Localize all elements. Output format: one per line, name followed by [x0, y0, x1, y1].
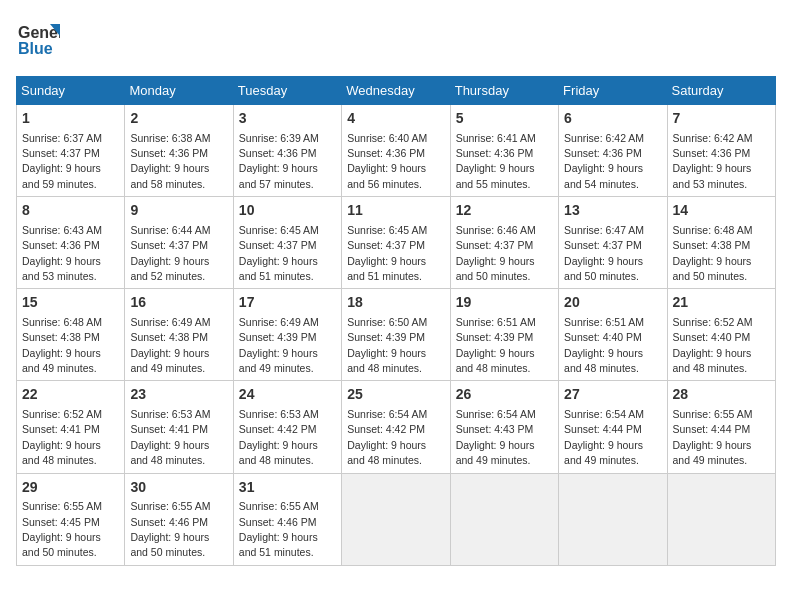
day-number: 17	[239, 293, 336, 313]
calendar-day-10: 10 Sunrise: 6:45 AMSunset: 4:37 PMDaylig…	[233, 197, 341, 289]
day-info: Sunrise: 6:49 AMSunset: 4:39 PMDaylight:…	[239, 316, 319, 374]
calendar-day-19: 19 Sunrise: 6:51 AMSunset: 4:39 PMDaylig…	[450, 289, 558, 381]
day-number: 28	[673, 385, 770, 405]
day-number: 21	[673, 293, 770, 313]
calendar-week-5: 29 Sunrise: 6:55 AMSunset: 4:45 PMDaylig…	[17, 473, 776, 565]
calendar-day-2: 2 Sunrise: 6:38 AMSunset: 4:36 PMDayligh…	[125, 105, 233, 197]
day-number: 9	[130, 201, 227, 221]
day-number: 7	[673, 109, 770, 129]
calendar-day-31: 31 Sunrise: 6:55 AMSunset: 4:46 PMDaylig…	[233, 473, 341, 565]
day-info: Sunrise: 6:55 AMSunset: 4:45 PMDaylight:…	[22, 500, 102, 558]
day-number: 14	[673, 201, 770, 221]
day-number: 27	[564, 385, 661, 405]
day-number: 24	[239, 385, 336, 405]
day-number: 10	[239, 201, 336, 221]
day-info: Sunrise: 6:38 AMSunset: 4:36 PMDaylight:…	[130, 132, 210, 190]
weekday-header-tuesday: Tuesday	[233, 77, 341, 105]
day-number: 16	[130, 293, 227, 313]
calendar-day-26: 26 Sunrise: 6:54 AMSunset: 4:43 PMDaylig…	[450, 381, 558, 473]
calendar-day-18: 18 Sunrise: 6:50 AMSunset: 4:39 PMDaylig…	[342, 289, 450, 381]
day-number: 11	[347, 201, 444, 221]
day-number: 30	[130, 478, 227, 498]
day-info: Sunrise: 6:45 AMSunset: 4:37 PMDaylight:…	[239, 224, 319, 282]
calendar-day-9: 9 Sunrise: 6:44 AMSunset: 4:37 PMDayligh…	[125, 197, 233, 289]
calendar-day-5: 5 Sunrise: 6:41 AMSunset: 4:36 PMDayligh…	[450, 105, 558, 197]
calendar-day-4: 4 Sunrise: 6:40 AMSunset: 4:36 PMDayligh…	[342, 105, 450, 197]
day-info: Sunrise: 6:55 AMSunset: 4:44 PMDaylight:…	[673, 408, 753, 466]
calendar-day-21: 21 Sunrise: 6:52 AMSunset: 4:40 PMDaylig…	[667, 289, 775, 381]
calendar-week-1: 1 Sunrise: 6:37 AMSunset: 4:37 PMDayligh…	[17, 105, 776, 197]
weekday-header-sunday: Sunday	[17, 77, 125, 105]
day-number: 6	[564, 109, 661, 129]
day-info: Sunrise: 6:39 AMSunset: 4:36 PMDaylight:…	[239, 132, 319, 190]
day-number: 26	[456, 385, 553, 405]
day-number: 4	[347, 109, 444, 129]
calendar-day-11: 11 Sunrise: 6:45 AMSunset: 4:37 PMDaylig…	[342, 197, 450, 289]
calendar-day-6: 6 Sunrise: 6:42 AMSunset: 4:36 PMDayligh…	[559, 105, 667, 197]
weekday-header-friday: Friday	[559, 77, 667, 105]
calendar-day-8: 8 Sunrise: 6:43 AMSunset: 4:36 PMDayligh…	[17, 197, 125, 289]
day-number: 31	[239, 478, 336, 498]
day-number: 29	[22, 478, 119, 498]
day-number: 23	[130, 385, 227, 405]
day-info: Sunrise: 6:41 AMSunset: 4:36 PMDaylight:…	[456, 132, 536, 190]
day-info: Sunrise: 6:54 AMSunset: 4:43 PMDaylight:…	[456, 408, 536, 466]
day-info: Sunrise: 6:44 AMSunset: 4:37 PMDaylight:…	[130, 224, 210, 282]
day-number: 12	[456, 201, 553, 221]
day-info: Sunrise: 6:37 AMSunset: 4:37 PMDaylight:…	[22, 132, 102, 190]
empty-cell	[559, 473, 667, 565]
day-info: Sunrise: 6:53 AMSunset: 4:42 PMDaylight:…	[239, 408, 319, 466]
day-info: Sunrise: 6:51 AMSunset: 4:39 PMDaylight:…	[456, 316, 536, 374]
day-info: Sunrise: 6:54 AMSunset: 4:42 PMDaylight:…	[347, 408, 427, 466]
calendar-day-22: 22 Sunrise: 6:52 AMSunset: 4:41 PMDaylig…	[17, 381, 125, 473]
day-number: 5	[456, 109, 553, 129]
day-number: 20	[564, 293, 661, 313]
calendar-day-17: 17 Sunrise: 6:49 AMSunset: 4:39 PMDaylig…	[233, 289, 341, 381]
logo-icon: General Blue	[16, 16, 60, 64]
empty-cell	[667, 473, 775, 565]
day-info: Sunrise: 6:42 AMSunset: 4:36 PMDaylight:…	[673, 132, 753, 190]
day-info: Sunrise: 6:42 AMSunset: 4:36 PMDaylight:…	[564, 132, 644, 190]
day-info: Sunrise: 6:48 AMSunset: 4:38 PMDaylight:…	[22, 316, 102, 374]
calendar-day-16: 16 Sunrise: 6:49 AMSunset: 4:38 PMDaylig…	[125, 289, 233, 381]
calendar-day-3: 3 Sunrise: 6:39 AMSunset: 4:36 PMDayligh…	[233, 105, 341, 197]
day-number: 8	[22, 201, 119, 221]
weekday-header-saturday: Saturday	[667, 77, 775, 105]
day-info: Sunrise: 6:46 AMSunset: 4:37 PMDaylight:…	[456, 224, 536, 282]
day-info: Sunrise: 6:49 AMSunset: 4:38 PMDaylight:…	[130, 316, 210, 374]
logo: General Blue	[16, 16, 64, 64]
calendar-day-30: 30 Sunrise: 6:55 AMSunset: 4:46 PMDaylig…	[125, 473, 233, 565]
calendar-day-28: 28 Sunrise: 6:55 AMSunset: 4:44 PMDaylig…	[667, 381, 775, 473]
day-info: Sunrise: 6:40 AMSunset: 4:36 PMDaylight:…	[347, 132, 427, 190]
weekday-header-wednesday: Wednesday	[342, 77, 450, 105]
svg-text:Blue: Blue	[18, 40, 53, 57]
calendar-day-25: 25 Sunrise: 6:54 AMSunset: 4:42 PMDaylig…	[342, 381, 450, 473]
day-number: 1	[22, 109, 119, 129]
day-info: Sunrise: 6:55 AMSunset: 4:46 PMDaylight:…	[239, 500, 319, 558]
calendar-day-24: 24 Sunrise: 6:53 AMSunset: 4:42 PMDaylig…	[233, 381, 341, 473]
calendar-week-2: 8 Sunrise: 6:43 AMSunset: 4:36 PMDayligh…	[17, 197, 776, 289]
day-info: Sunrise: 6:52 AMSunset: 4:40 PMDaylight:…	[673, 316, 753, 374]
day-number: 15	[22, 293, 119, 313]
calendar-day-15: 15 Sunrise: 6:48 AMSunset: 4:38 PMDaylig…	[17, 289, 125, 381]
day-info: Sunrise: 6:50 AMSunset: 4:39 PMDaylight:…	[347, 316, 427, 374]
day-info: Sunrise: 6:47 AMSunset: 4:37 PMDaylight:…	[564, 224, 644, 282]
day-info: Sunrise: 6:45 AMSunset: 4:37 PMDaylight:…	[347, 224, 427, 282]
weekday-header-thursday: Thursday	[450, 77, 558, 105]
day-number: 13	[564, 201, 661, 221]
calendar-table: SundayMondayTuesdayWednesdayThursdayFrid…	[16, 76, 776, 566]
day-info: Sunrise: 6:48 AMSunset: 4:38 PMDaylight:…	[673, 224, 753, 282]
calendar-week-4: 22 Sunrise: 6:52 AMSunset: 4:41 PMDaylig…	[17, 381, 776, 473]
day-number: 3	[239, 109, 336, 129]
day-info: Sunrise: 6:54 AMSunset: 4:44 PMDaylight:…	[564, 408, 644, 466]
page-header: General Blue	[16, 16, 776, 64]
calendar-day-23: 23 Sunrise: 6:53 AMSunset: 4:41 PMDaylig…	[125, 381, 233, 473]
day-number: 22	[22, 385, 119, 405]
day-number: 18	[347, 293, 444, 313]
empty-cell	[450, 473, 558, 565]
calendar-day-27: 27 Sunrise: 6:54 AMSunset: 4:44 PMDaylig…	[559, 381, 667, 473]
calendar-day-14: 14 Sunrise: 6:48 AMSunset: 4:38 PMDaylig…	[667, 197, 775, 289]
day-info: Sunrise: 6:53 AMSunset: 4:41 PMDaylight:…	[130, 408, 210, 466]
calendar-day-20: 20 Sunrise: 6:51 AMSunset: 4:40 PMDaylig…	[559, 289, 667, 381]
day-number: 25	[347, 385, 444, 405]
